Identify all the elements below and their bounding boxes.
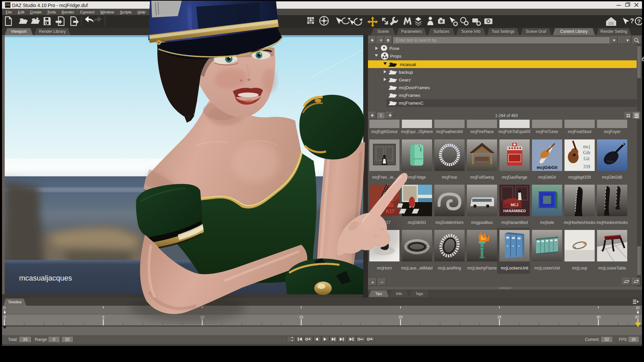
svg-text:MCJ: MCJ: [511, 203, 518, 207]
svg-text:25: 25: [497, 315, 501, 319]
svg-text:32: 32: [636, 306, 640, 310]
svg-text:HANAMIBED: HANAMIBED: [503, 209, 526, 213]
svg-text:SG: SG: [387, 202, 393, 208]
svg-text:?: ?: [637, 18, 641, 25]
svg-text:mcasual: mcasual: [400, 62, 416, 67]
svg-text:Gib: Gib: [583, 150, 590, 155]
svg-text:Gib: Gib: [386, 190, 394, 196]
svg-text:0: 0: [3, 306, 5, 310]
svg-text:5: 5: [102, 315, 104, 319]
svg-text:Gearz: Gearz: [399, 77, 411, 82]
svg-text:mcj: mcj: [583, 144, 590, 149]
svg-text:Props: Props: [390, 54, 401, 59]
svg-text:backup: backup: [399, 70, 413, 75]
svg-text:32: 32: [635, 315, 639, 319]
svg-text:Pose: Pose: [389, 46, 399, 51]
svg-text:?: ?: [630, 17, 634, 24]
svg-text:mcjGibGit: mcjGibGit: [537, 165, 558, 170]
svg-text:K17: K17: [386, 208, 394, 214]
svg-text:mcasualjacques: mcasualjacques: [19, 274, 72, 282]
svg-text:mcjDoorFrames: mcjDoorFrames: [399, 85, 430, 90]
svg-text:30: 30: [596, 315, 600, 319]
svg-text:339: 339: [583, 164, 590, 169]
svg-text:DS: DS: [608, 21, 613, 25]
svg-text:10: 10: [200, 315, 204, 319]
svg-text:0: 0: [4, 315, 6, 319]
svg-text:Git: Git: [387, 196, 393, 202]
svg-text:mcjFramesC: mcjFramesC: [399, 101, 424, 106]
svg-text:20: 20: [398, 315, 402, 319]
svg-text:15: 15: [299, 315, 303, 319]
svg-text:Git: Git: [584, 156, 590, 161]
svg-text:mcjFrames: mcjFrames: [399, 93, 421, 98]
